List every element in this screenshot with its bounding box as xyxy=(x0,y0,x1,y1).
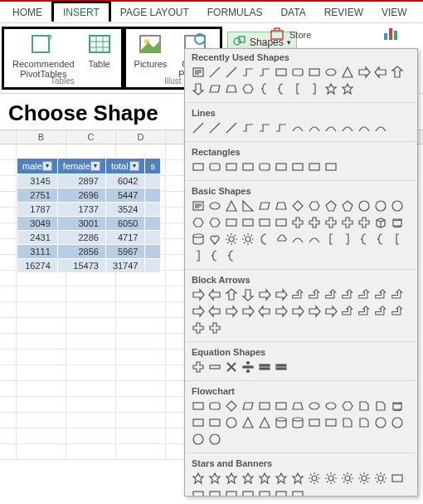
shape-bent[interactable] xyxy=(356,286,372,303)
shape-para[interactable] xyxy=(207,81,223,97)
shape-plus[interactable] xyxy=(356,214,372,231)
shape-arrowR[interactable] xyxy=(240,303,256,320)
shape-sun[interactable] xyxy=(372,470,389,487)
shape-plus[interactable] xyxy=(306,214,323,231)
shape-bent[interactable] xyxy=(289,286,306,303)
shape-conn[interactable] xyxy=(273,120,289,136)
shape-circ[interactable] xyxy=(372,414,389,431)
shape-plus[interactable] xyxy=(339,214,356,231)
shape-arrowR[interactable] xyxy=(306,303,323,320)
shape-plus[interactable] xyxy=(289,214,306,231)
shape-curve[interactable] xyxy=(323,120,339,136)
shape-cloud[interactable] xyxy=(273,231,289,247)
shape-rtri[interactable] xyxy=(240,198,256,214)
shape-arrowR[interactable] xyxy=(190,303,207,320)
shape-star[interactable] xyxy=(240,470,256,487)
shape-hex[interactable] xyxy=(240,81,256,97)
tab-pagelayout[interactable]: PAGE LAYOUT xyxy=(111,3,198,22)
shape-tri[interactable] xyxy=(256,414,273,431)
shape-curve[interactable] xyxy=(306,231,323,247)
shape-brace[interactable] xyxy=(356,231,372,247)
shape-curve[interactable] xyxy=(372,120,389,136)
table-row[interactable]: 243122864717 xyxy=(17,231,161,245)
shape-arrowR[interactable] xyxy=(323,303,339,320)
shape-rbr[interactable] xyxy=(339,231,356,247)
shape-arrowD[interactable] xyxy=(190,81,207,97)
shape-sun[interactable] xyxy=(356,470,372,487)
shape-star[interactable] xyxy=(323,81,339,97)
shape-text[interactable] xyxy=(190,64,207,81)
shape-lbr[interactable] xyxy=(289,81,306,97)
shape-rect[interactable] xyxy=(240,487,256,497)
table-row[interactable]: 178717373524 xyxy=(17,203,161,217)
shape-lbr[interactable] xyxy=(323,231,339,247)
shape-rect[interactable] xyxy=(190,159,207,175)
shape-div[interactable] xyxy=(240,359,256,375)
table-row[interactable]: 311128565967 xyxy=(17,245,161,259)
shape-rrect[interactable] xyxy=(207,159,223,175)
shape-rrect[interactable] xyxy=(289,64,306,81)
shape-plus[interactable] xyxy=(323,214,339,231)
th-male[interactable]: male▾ xyxy=(17,159,58,174)
shape-rect[interactable] xyxy=(207,487,223,497)
table-row[interactable]: 275126965447 xyxy=(17,188,161,203)
shape-arrowR[interactable] xyxy=(289,303,306,320)
shape-line[interactable] xyxy=(207,120,223,136)
shape-doc[interactable] xyxy=(339,414,356,431)
shape-sun[interactable] xyxy=(306,470,323,487)
shape-hex[interactable] xyxy=(207,214,223,231)
shape-para[interactable] xyxy=(256,198,273,214)
shape-arrowU[interactable] xyxy=(389,64,406,81)
shape-oval[interactable] xyxy=(323,398,339,414)
shape-star[interactable] xyxy=(207,470,223,487)
shape-plus[interactable] xyxy=(190,320,207,336)
shape-conn[interactable] xyxy=(240,64,256,81)
shape-bent[interactable] xyxy=(389,286,406,303)
tab-insert[interactable]: INSERT xyxy=(51,1,111,22)
shape-rrect[interactable] xyxy=(256,159,273,175)
shape-bent[interactable] xyxy=(356,303,372,320)
shape-circ[interactable] xyxy=(207,431,223,448)
shape-doc[interactable] xyxy=(356,414,372,431)
shape-doc[interactable] xyxy=(356,398,372,414)
shape-rect[interactable] xyxy=(306,414,323,431)
th-total[interactable]: total▾ xyxy=(105,159,145,174)
shape-trap[interactable] xyxy=(289,398,306,414)
shape-lbr[interactable] xyxy=(389,231,406,247)
shape-curve[interactable] xyxy=(306,120,323,136)
shape-rect[interactable] xyxy=(223,214,240,231)
shape-rect[interactable] xyxy=(273,159,289,175)
filter-dropdown-icon[interactable]: ▾ xyxy=(129,161,139,171)
store-label[interactable]: Store xyxy=(289,30,311,40)
shape-conn[interactable] xyxy=(256,120,273,136)
shape-circ[interactable] xyxy=(389,198,406,214)
shape-rect[interactable] xyxy=(223,487,240,497)
shape-rect[interactable] xyxy=(289,159,306,175)
shape-rect[interactable] xyxy=(223,159,240,175)
shape-rect[interactable] xyxy=(306,64,323,81)
shape-sun[interactable] xyxy=(240,231,256,247)
shape-bent[interactable] xyxy=(323,286,339,303)
shape-diam[interactable] xyxy=(289,198,306,214)
shape-pent[interactable] xyxy=(323,198,339,214)
shape-rect[interactable] xyxy=(190,487,207,497)
shape-conn[interactable] xyxy=(240,120,256,136)
shape-arrowR[interactable] xyxy=(273,286,289,303)
shape-arrowL[interactable] xyxy=(256,303,273,320)
shape-star[interactable] xyxy=(190,470,207,487)
shape-arrowL[interactable] xyxy=(207,303,223,320)
shape-trap[interactable] xyxy=(273,198,289,214)
tab-view[interactable]: VIEW xyxy=(372,3,416,22)
shape-eq[interactable] xyxy=(256,359,273,375)
shape-rect[interactable] xyxy=(273,64,289,81)
tab-home[interactable]: HOME xyxy=(3,3,51,22)
shape-circ[interactable] xyxy=(190,431,207,448)
shape-circ[interactable] xyxy=(389,414,406,431)
shape-rect[interactable] xyxy=(323,414,339,431)
th-s[interactable]: s xyxy=(145,159,161,174)
shape-cyl[interactable] xyxy=(273,414,289,431)
shape-doc[interactable] xyxy=(372,398,389,414)
col-c[interactable]: C xyxy=(66,130,116,144)
shape-arrowR[interactable] xyxy=(356,64,372,81)
shape-rrect[interactable] xyxy=(207,398,223,414)
